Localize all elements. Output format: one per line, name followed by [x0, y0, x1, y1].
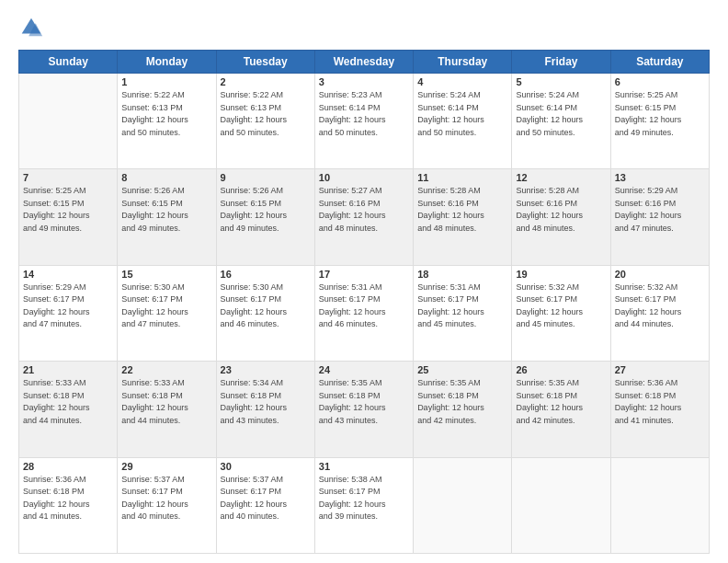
calendar-cell: 6Sunrise: 5:25 AM Sunset: 6:15 PM Daylig…	[610, 74, 709, 169]
day-number: 17	[319, 269, 409, 280]
day-info: Sunrise: 5:37 AM Sunset: 6:17 PM Dayligh…	[221, 474, 311, 523]
day-info: Sunrise: 5:28 AM Sunset: 6:16 PM Dayligh…	[417, 185, 507, 235]
header	[18, 15, 710, 40]
calendar-cell: 13Sunrise: 5:29 AM Sunset: 6:16 PM Dayli…	[610, 169, 709, 265]
calendar-header-saturday: Saturday	[610, 51, 709, 74]
day-info: Sunrise: 5:35 AM Sunset: 6:18 PM Dayligh…	[417, 377, 507, 427]
calendar-cell: 5Sunrise: 5:24 AM Sunset: 6:14 PM Daylig…	[512, 74, 610, 169]
calendar-cell: 14Sunrise: 5:29 AM Sunset: 6:17 PM Dayli…	[19, 265, 118, 361]
calendar-cell: 11Sunrise: 5:28 AM Sunset: 6:16 PM Dayli…	[414, 169, 512, 265]
day-info: Sunrise: 5:31 AM Sunset: 6:17 PM Dayligh…	[319, 282, 409, 331]
day-number: 25	[417, 364, 507, 375]
day-number: 29	[121, 461, 211, 472]
day-info: Sunrise: 5:26 AM Sunset: 6:15 PM Dayligh…	[121, 185, 211, 235]
calendar-week-row: 7Sunrise: 5:25 AM Sunset: 6:15 PM Daylig…	[19, 169, 710, 265]
calendar-cell: 19Sunrise: 5:32 AM Sunset: 6:17 PM Dayli…	[512, 265, 610, 361]
calendar-cell: 25Sunrise: 5:35 AM Sunset: 6:18 PM Dayli…	[414, 362, 512, 457]
day-number: 27	[615, 364, 705, 375]
calendar-header-friday: Friday	[512, 51, 610, 74]
day-number: 9	[221, 172, 311, 183]
day-number: 8	[121, 172, 211, 183]
day-number: 11	[417, 172, 507, 183]
day-info: Sunrise: 5:25 AM Sunset: 6:15 PM Dayligh…	[615, 89, 705, 139]
page: SundayMondayTuesdayWednesdayThursdayFrid…	[0, 0, 728, 563]
calendar-cell: 29Sunrise: 5:37 AM Sunset: 6:17 PM Dayli…	[118, 457, 216, 553]
day-number: 6	[615, 76, 705, 87]
day-info: Sunrise: 5:32 AM Sunset: 6:17 PM Dayligh…	[516, 282, 606, 331]
day-number: 13	[615, 172, 705, 183]
calendar-cell: 4Sunrise: 5:24 AM Sunset: 6:14 PM Daylig…	[414, 74, 512, 169]
day-number: 7	[23, 172, 113, 183]
calendar-cell: 17Sunrise: 5:31 AM Sunset: 6:17 PM Dayli…	[314, 265, 413, 361]
calendar-cell: 10Sunrise: 5:27 AM Sunset: 6:16 PM Dayli…	[314, 169, 413, 265]
day-number: 26	[516, 364, 606, 375]
day-info: Sunrise: 5:38 AM Sunset: 6:17 PM Dayligh…	[319, 474, 409, 523]
calendar-cell: 28Sunrise: 5:36 AM Sunset: 6:18 PM Dayli…	[19, 457, 118, 553]
calendar-cell: 15Sunrise: 5:30 AM Sunset: 6:17 PM Dayli…	[118, 265, 216, 361]
calendar-header-thursday: Thursday	[414, 51, 512, 74]
day-number: 24	[319, 364, 409, 375]
calendar-cell	[512, 457, 610, 553]
calendar-header-tuesday: Tuesday	[216, 51, 314, 74]
calendar-week-row: 1Sunrise: 5:22 AM Sunset: 6:13 PM Daylig…	[19, 74, 710, 169]
calendar-cell: 7Sunrise: 5:25 AM Sunset: 6:15 PM Daylig…	[19, 169, 118, 265]
calendar-cell: 12Sunrise: 5:28 AM Sunset: 6:16 PM Dayli…	[512, 169, 610, 265]
calendar-cell: 30Sunrise: 5:37 AM Sunset: 6:17 PM Dayli…	[216, 457, 314, 553]
day-info: Sunrise: 5:32 AM Sunset: 6:17 PM Dayligh…	[615, 282, 705, 331]
calendar-cell: 31Sunrise: 5:38 AM Sunset: 6:17 PM Dayli…	[314, 457, 413, 553]
day-info: Sunrise: 5:30 AM Sunset: 6:17 PM Dayligh…	[121, 282, 211, 331]
calendar-cell: 1Sunrise: 5:22 AM Sunset: 6:13 PM Daylig…	[118, 74, 216, 169]
calendar-cell: 23Sunrise: 5:34 AM Sunset: 6:18 PM Dayli…	[216, 362, 314, 457]
day-info: Sunrise: 5:33 AM Sunset: 6:18 PM Dayligh…	[121, 377, 211, 427]
day-info: Sunrise: 5:35 AM Sunset: 6:18 PM Dayligh…	[516, 377, 606, 427]
calendar-header-wednesday: Wednesday	[314, 51, 413, 74]
day-number: 1	[121, 76, 211, 87]
calendar-header-monday: Monday	[118, 51, 216, 74]
day-number: 12	[516, 172, 606, 183]
day-number: 28	[23, 461, 113, 472]
day-info: Sunrise: 5:25 AM Sunset: 6:15 PM Dayligh…	[23, 185, 113, 235]
day-number: 3	[319, 76, 409, 87]
calendar-cell: 21Sunrise: 5:33 AM Sunset: 6:18 PM Dayli…	[19, 362, 118, 457]
calendar-cell: 22Sunrise: 5:33 AM Sunset: 6:18 PM Dayli…	[118, 362, 216, 457]
calendar-cell: 20Sunrise: 5:32 AM Sunset: 6:17 PM Dayli…	[610, 265, 709, 361]
day-number: 19	[516, 269, 606, 280]
calendar-cell	[414, 457, 512, 553]
day-number: 23	[221, 364, 311, 375]
calendar-header-sunday: Sunday	[19, 51, 118, 74]
day-number: 2	[221, 76, 311, 87]
day-number: 10	[319, 172, 409, 183]
calendar-header-row: SundayMondayTuesdayWednesdayThursdayFrid…	[19, 51, 710, 74]
calendar-cell: 27Sunrise: 5:36 AM Sunset: 6:18 PM Dayli…	[610, 362, 709, 457]
day-info: Sunrise: 5:22 AM Sunset: 6:13 PM Dayligh…	[121, 89, 211, 139]
day-number: 18	[417, 269, 507, 280]
calendar-cell: 24Sunrise: 5:35 AM Sunset: 6:18 PM Dayli…	[314, 362, 413, 457]
day-number: 15	[121, 269, 211, 280]
day-number: 31	[319, 461, 409, 472]
day-info: Sunrise: 5:30 AM Sunset: 6:17 PM Dayligh…	[221, 282, 311, 331]
calendar-cell: 26Sunrise: 5:35 AM Sunset: 6:18 PM Dayli…	[512, 362, 610, 457]
logo	[18, 15, 48, 40]
day-number: 21	[23, 364, 113, 375]
calendar-cell: 2Sunrise: 5:22 AM Sunset: 6:13 PM Daylig…	[216, 74, 314, 169]
day-number: 20	[615, 269, 705, 280]
day-number: 22	[121, 364, 211, 375]
day-info: Sunrise: 5:29 AM Sunset: 6:17 PM Dayligh…	[23, 282, 113, 331]
day-number: 4	[417, 76, 507, 87]
day-info: Sunrise: 5:26 AM Sunset: 6:15 PM Dayligh…	[221, 185, 311, 235]
day-number: 14	[23, 269, 113, 280]
calendar-cell: 16Sunrise: 5:30 AM Sunset: 6:17 PM Dayli…	[216, 265, 314, 361]
day-info: Sunrise: 5:37 AM Sunset: 6:17 PM Dayligh…	[121, 474, 211, 523]
day-info: Sunrise: 5:29 AM Sunset: 6:16 PM Dayligh…	[615, 185, 705, 235]
calendar-table: SundayMondayTuesdayWednesdayThursdayFrid…	[18, 50, 710, 554]
calendar-cell	[19, 74, 118, 169]
day-info: Sunrise: 5:35 AM Sunset: 6:18 PM Dayligh…	[319, 377, 409, 427]
calendar-cell: 3Sunrise: 5:23 AM Sunset: 6:14 PM Daylig…	[314, 74, 413, 169]
day-info: Sunrise: 5:22 AM Sunset: 6:13 PM Dayligh…	[221, 89, 311, 139]
day-number: 16	[221, 269, 311, 280]
calendar-cell: 9Sunrise: 5:26 AM Sunset: 6:15 PM Daylig…	[216, 169, 314, 265]
day-info: Sunrise: 5:36 AM Sunset: 6:18 PM Dayligh…	[23, 474, 113, 523]
calendar-week-row: 21Sunrise: 5:33 AM Sunset: 6:18 PM Dayli…	[19, 362, 710, 457]
day-info: Sunrise: 5:24 AM Sunset: 6:14 PM Dayligh…	[417, 89, 507, 139]
day-number: 30	[221, 461, 311, 472]
